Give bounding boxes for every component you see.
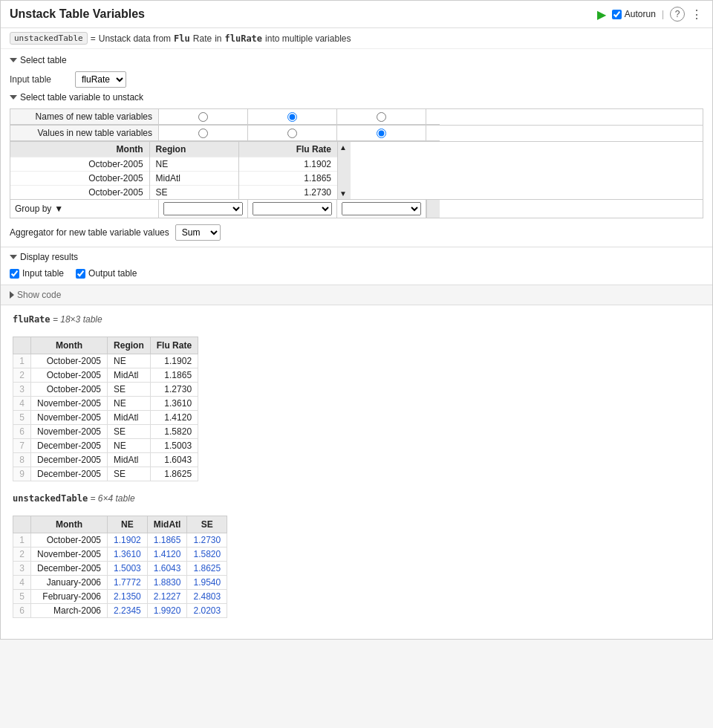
- row-region: NE: [108, 354, 151, 368]
- names-label-text: Names of new table variables: [36, 111, 152, 122]
- table-row: 3 December-2005 1.5003 1.6043 1.8625: [13, 562, 227, 576]
- table-row: 4 January-2006 1.7772 1.8830 1.9540: [13, 576, 227, 590]
- values-radio-1-cell[interactable]: [159, 126, 248, 141]
- autorun-label[interactable]: Autorun: [612, 9, 656, 19]
- table-row: 5 February-2006 2.1350 2.1227 2.4803: [13, 590, 227, 604]
- page-title: Unstack Table Variables: [10, 7, 145, 21]
- scroll-up[interactable]: ▲: [339, 143, 349, 152]
- input-table-checkbox-label[interactable]: Input table: [10, 268, 64, 279]
- prev-month: October-2005: [10, 172, 149, 186]
- row-flurate: 1.4120: [150, 411, 198, 425]
- table-row: 5 November-2005 MidAtl 1.4120: [13, 411, 198, 425]
- display-triangle: [10, 255, 17, 259]
- row-region: MidAtl: [108, 411, 151, 425]
- preview-col-flurate: Flu Rate: [238, 142, 337, 157]
- aggregator-select[interactable]: Sum Mean Min Max: [175, 224, 221, 241]
- row-idx: 7: [13, 439, 31, 453]
- help-button[interactable]: ?: [670, 7, 685, 22]
- table-row: 2 November-2005 1.3610 1.4120 1.5820: [13, 547, 227, 562]
- table-row: 4 November-2005 NE 1.3610: [13, 397, 198, 411]
- groupby-select-3[interactable]: [253, 202, 332, 215]
- input-table-checkbox-text: Input table: [22, 268, 64, 279]
- select-table-triangle: [10, 58, 17, 62]
- groupby-select-4[interactable]: [342, 202, 421, 215]
- values-radio-2-cell[interactable]: [248, 126, 337, 141]
- urow-midatl: 1.1865: [147, 533, 187, 547]
- output-table-checkbox-text: Output table: [88, 268, 137, 279]
- aggregator-label: Aggregator for new table variable values: [10, 227, 169, 238]
- prev-flurate: 1.1865: [238, 172, 337, 186]
- values-radio-3[interactable]: [377, 129, 386, 138]
- urow-se: 1.2730: [187, 533, 227, 547]
- urow-se: 1.5820: [187, 547, 227, 562]
- prev-month: October-2005: [10, 157, 149, 172]
- more-button[interactable]: ⋮: [691, 7, 703, 22]
- variable-selector: Names of new table variables Values in n…: [10, 108, 703, 218]
- values-radio-3-cell[interactable]: [337, 126, 426, 141]
- output-table-checkbox-label[interactable]: Output table: [76, 268, 137, 279]
- flu-text: Flu: [174, 33, 190, 44]
- preview-row: October-2005 MidAtl 1.1865: [10, 172, 337, 186]
- groupby-dropdown-icon: ▼: [54, 204, 63, 214]
- unstacked-table-label: unstackedTable = 6×4 table: [13, 493, 700, 504]
- equals-sign: =: [91, 33, 96, 44]
- row-flurate: 1.5003: [150, 439, 198, 453]
- row-flurate: 1.1902: [150, 354, 198, 368]
- prev-region: SE: [149, 186, 238, 200]
- display-results-label: Display results: [20, 252, 78, 262]
- show-code-triangle: [10, 291, 14, 299]
- output-table-checkbox[interactable]: [76, 269, 85, 279]
- scroll-down[interactable]: ▼: [339, 189, 349, 198]
- values-radio-2[interactable]: [287, 129, 297, 138]
- select-variable-header[interactable]: Select table variable to unstack: [10, 92, 703, 103]
- values-label: Values in new table variables: [10, 126, 159, 141]
- values-label-text: Values in new table variables: [37, 128, 152, 138]
- row-month: November-2005: [31, 411, 108, 425]
- values-radio-1[interactable]: [198, 129, 208, 138]
- row-month: October-2005: [31, 383, 108, 397]
- names-radio-1-cell[interactable]: [159, 109, 248, 125]
- row-region: NE: [108, 439, 151, 453]
- autorun-checkbox[interactable]: [612, 10, 622, 19]
- names-radio-3-cell[interactable]: [337, 109, 426, 125]
- input-table-select[interactable]: fluRate: [75, 71, 126, 88]
- row-idx: 2: [13, 368, 31, 383]
- row-month: October-2005: [31, 354, 108, 368]
- ucol-midatl: MidAtl: [147, 516, 187, 533]
- col-flurate: Flu Rate: [150, 337, 198, 354]
- names-radio-2-cell[interactable]: [248, 109, 337, 125]
- row-flurate: 1.2730: [150, 383, 198, 397]
- prev-region: NE: [149, 157, 238, 172]
- names-radio-2[interactable]: [287, 112, 297, 122]
- table-row: 9 December-2005 SE 1.8625: [13, 467, 198, 481]
- preview-scrollbar[interactable]: ▲ ▼: [337, 142, 351, 199]
- run-button[interactable]: ▶: [597, 7, 606, 22]
- select-table-header[interactable]: Select table: [10, 55, 703, 65]
- groupby-select-2[interactable]: [163, 202, 243, 215]
- urow-ne: 2.1350: [108, 590, 148, 604]
- input-table-checkbox[interactable]: [10, 269, 19, 279]
- unstacked-var-name: unstackedTable: [13, 493, 88, 504]
- urow-month: November-2005: [31, 547, 108, 562]
- row-month: December-2005: [31, 439, 108, 453]
- select-variable-triangle: [10, 95, 17, 100]
- urow-month: January-2006: [31, 576, 108, 590]
- desc-bar: unstackedTable = Unstack data from Flu R…: [1, 28, 712, 49]
- groupby-col4: [337, 200, 426, 218]
- row-region: MidAtl: [108, 453, 151, 467]
- row-idx: 3: [13, 383, 31, 397]
- display-results-header[interactable]: Display results: [10, 252, 703, 262]
- preview-row: October-2005 NE 1.1902: [10, 157, 337, 172]
- ucol-idx: [13, 516, 31, 533]
- select-variable-label: Select table variable to unstack: [20, 92, 143, 103]
- names-radio-3[interactable]: [377, 112, 386, 122]
- show-code-bar[interactable]: Show code: [1, 285, 712, 305]
- table-row: 1 October-2005 NE 1.1902: [13, 354, 198, 368]
- flu-rate-ref: fluRate: [225, 33, 263, 44]
- select-table-label: Select table: [20, 55, 67, 65]
- names-radio-1[interactable]: [198, 112, 208, 122]
- input-table-row: Input table fluRate: [10, 71, 703, 88]
- flu-rate-var-name: fluRate: [13, 314, 51, 325]
- row-flurate: 1.1865: [150, 368, 198, 383]
- input-table-label: Input table: [10, 74, 69, 85]
